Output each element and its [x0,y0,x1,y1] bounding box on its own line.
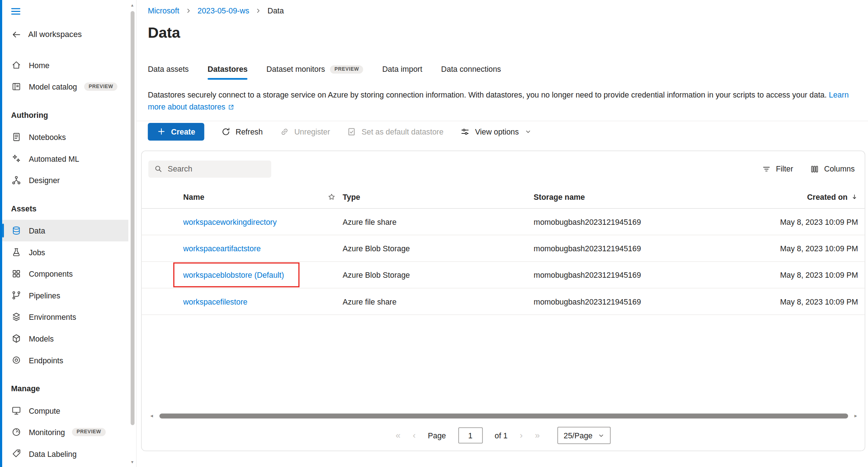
datastore-link[interactable]: workspacefilestore [183,297,247,306]
section-title-authoring: Authoring [2,104,128,126]
sidebar-item-models[interactable]: Models [2,328,128,350]
datastore-link-default[interactable]: workspaceblobstore (Default) [183,270,284,279]
chevron-right-icon [185,8,191,14]
page-size-select[interactable]: 25/Page [558,427,611,444]
external-link-icon [228,104,235,111]
all-workspaces-label: All workspaces [28,30,82,38]
filter-button[interactable]: Filter [761,164,793,174]
model-catalog-icon [11,81,22,92]
set-default-check-icon [347,127,356,136]
previous-page-button[interactable]: ‹ [413,431,416,440]
page-of-label: of 1 [495,431,508,440]
refresh-button[interactable]: Refresh [221,127,263,136]
column-header-type[interactable]: Type [343,193,534,201]
next-page-button[interactable]: › [520,431,523,440]
sidebar-item-data-labeling[interactable]: Data Labeling [2,443,128,464]
breadcrumb-item-microsoft[interactable]: Microsoft [148,6,179,15]
search-input[interactable] [168,164,266,173]
nav-label: Data [29,226,45,235]
nav-label: Environments [29,313,76,321]
tab-data-import[interactable]: Data import [382,65,422,80]
sidebar-item-endpoints[interactable]: Endpoints [2,349,128,371]
cell-storage-name: momobugbash2023121945169 [534,270,732,279]
sidebar-item-monitoring[interactable]: Monitoring PREVIEW [2,421,128,443]
tab-dataset-monitors[interactable]: Dataset monitorsPREVIEW [266,65,363,80]
cell-type: Azure Blob Storage [343,244,534,253]
models-cube-icon [11,333,22,344]
set-default-datastore-button[interactable]: Set as default datastore [347,127,443,136]
sidebar-scrollbar-thumb[interactable] [131,11,135,425]
datastores-table-card: Filter Columns Name Type Storage name Cr… [141,150,865,451]
cell-type: Azure Blob Storage [343,270,534,279]
table-row[interactable]: workspaceblobstore (Default) Azure Blob … [142,262,865,288]
breadcrumb: Microsoft 2023-05-09-ws Data [148,6,284,15]
horizontal-scrollbar-thumb[interactable] [160,414,848,419]
cell-type: Azure file share [343,217,534,226]
unregister-button[interactable]: Unregister [279,127,330,136]
pipelines-icon [11,290,22,301]
table-row[interactable]: workspaceartifactstore Azure Blob Storag… [142,235,865,262]
all-workspaces-back-button[interactable]: All workspaces [2,25,128,43]
refresh-icon [221,127,231,136]
designer-icon [11,175,22,185]
data-icon [11,225,22,236]
jobs-flask-icon [11,247,22,257]
table-row[interactable]: workspacefilestore Azure file share momo… [142,288,865,315]
view-options-sliders-icon [460,127,470,136]
hamburger-menu-button[interactable] [10,4,24,18]
sidebar-item-compute[interactable]: Compute [2,400,128,421]
page-number-input[interactable] [458,427,483,443]
scroll-up-arrow-icon[interactable]: ▲ [128,3,136,7]
search-icon [154,164,162,173]
columns-button[interactable]: Columns [810,164,855,174]
table-row[interactable]: workspaceworkingdirectory Azure file sha… [142,209,865,235]
favorite-star-icon[interactable] [321,193,343,201]
column-header-created-on[interactable]: Created on [732,193,864,201]
sort-descending-icon [851,193,858,201]
app: All workspaces Home Model catalog PREVIE… [0,0,868,467]
column-header-storage-name[interactable]: Storage name [534,193,732,201]
sidebar-item-data[interactable]: Data [2,220,128,241]
breadcrumb-item-workspace[interactable]: 2023-05-09-ws [198,6,249,15]
first-page-button[interactable]: « [396,431,401,440]
datastore-link[interactable]: workspaceworkingdirectory [183,217,277,226]
scroll-left-arrow-icon[interactable]: ◄ [148,414,155,419]
nav-label: Data Labeling [29,449,77,458]
sidebar-item-components[interactable]: Components [2,263,128,285]
endpoints-icon [11,355,22,365]
tab-data-connections[interactable]: Data connections [441,65,501,80]
preview-badge: PREVIEW [330,65,363,73]
cell-storage-name: momobugbash2023121945169 [534,244,732,253]
create-button[interactable]: Create [148,123,204,140]
sidebar-item-pipelines[interactable]: Pipelines [2,285,128,306]
section-title-manage: Manage [2,377,128,400]
sidebar-item-home[interactable]: Home [2,54,128,76]
sidebar-scrollbar[interactable]: ▲ ▼ [128,0,137,467]
datastore-link[interactable]: workspaceartifactstore [183,244,261,253]
tab-data-assets[interactable]: Data assets [148,65,189,80]
unregister-link-icon [279,127,289,136]
search-box[interactable] [148,160,271,177]
cell-created-on: May 8, 2023 10:09 PM [732,244,864,253]
tab-datastores[interactable]: Datastores [207,65,248,80]
scroll-right-arrow-icon[interactable]: ► [852,414,859,419]
pagination: « ‹ Page of 1 › » 25/Page [142,427,865,444]
horizontal-scrollbar[interactable]: ◄ ► [148,412,859,420]
home-icon [11,60,22,70]
sidebar-item-notebooks[interactable]: Notebooks [2,126,128,148]
sidebar-item-designer[interactable]: Designer [2,169,128,191]
column-header-name[interactable]: Name [183,193,321,201]
nav-label: Compute [29,406,60,415]
nav-label: Notebooks [29,133,66,141]
view-options-button[interactable]: View options [460,127,532,136]
sidebar-item-model-catalog[interactable]: Model catalog PREVIEW [2,76,128,98]
sidebar-item-environments[interactable]: Environments [2,306,128,328]
chevron-down-icon [598,432,604,439]
notebooks-icon [11,132,22,142]
last-page-button[interactable]: » [535,431,540,440]
scroll-down-arrow-icon[interactable]: ▼ [128,460,136,464]
nav-label: Automated ML [29,154,79,163]
sidebar-item-jobs[interactable]: Jobs [2,241,128,263]
sidebar-item-automated-ml[interactable]: Automated ML [2,148,128,170]
table-header-row: Name Type Storage name Created on [142,185,865,208]
